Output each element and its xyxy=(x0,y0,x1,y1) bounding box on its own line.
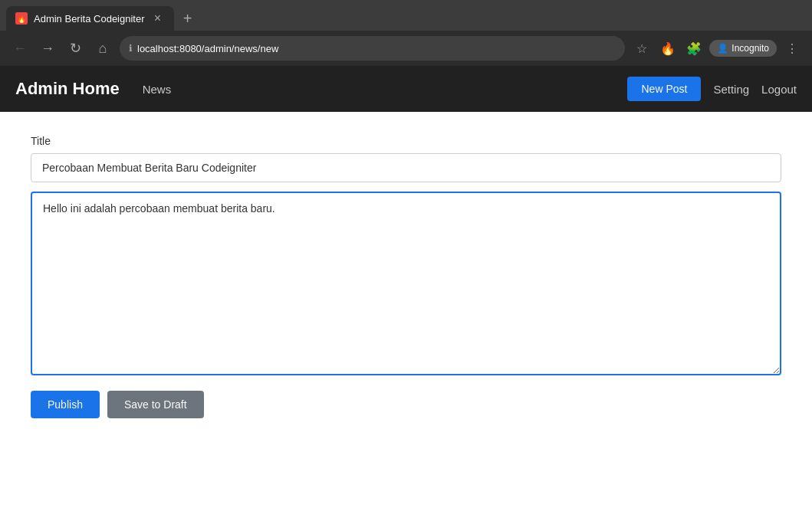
app-navbar: Admin Home News New Post Setting Logout xyxy=(0,66,812,112)
browser-tab[interactable]: Admin Berita Codeigniter × xyxy=(6,6,174,31)
incognito-button[interactable]: 👤 Incognito xyxy=(709,40,777,57)
save-draft-button[interactable]: Save to Draft xyxy=(107,391,204,418)
brand-title[interactable]: Admin Home xyxy=(15,79,120,99)
tab-bar: Admin Berita Codeigniter × + xyxy=(0,0,812,31)
setting-link[interactable]: Setting xyxy=(713,83,749,96)
incognito-label: Incognito xyxy=(731,43,769,54)
title-label: Title xyxy=(31,135,781,147)
new-tab-icon[interactable]: + xyxy=(177,8,199,29)
title-input[interactable] xyxy=(31,153,781,182)
button-row: Publish Save to Draft xyxy=(31,391,781,418)
address-text: localhost:8080/admin/news/new xyxy=(137,43,616,54)
home-button[interactable]: ⌂ xyxy=(92,38,113,59)
publish-button[interactable]: Publish xyxy=(31,391,100,418)
nav-link-news[interactable]: News xyxy=(143,77,172,102)
bookmark-icon[interactable]: ☆ xyxy=(631,38,653,59)
forward-button[interactable]: → xyxy=(37,38,58,59)
account-icon: 👤 xyxy=(717,43,728,54)
extension-fire-icon[interactable]: 🔥 xyxy=(657,38,679,59)
nav-links: News xyxy=(143,77,628,102)
browser-chrome: Admin Berita Codeigniter × + ← → ↻ ⌂ ℹ l… xyxy=(0,0,812,66)
reload-button[interactable]: ↻ xyxy=(64,38,86,59)
tab-favicon-icon xyxy=(15,12,28,25)
logout-link[interactable]: Logout xyxy=(761,83,797,96)
new-post-button[interactable]: New Post xyxy=(627,77,701,101)
nav-actions: New Post Setting Logout xyxy=(627,77,797,101)
menu-icon[interactable]: ⋮ xyxy=(781,38,803,59)
tab-close-icon[interactable]: × xyxy=(151,11,165,25)
back-button[interactable]: ← xyxy=(9,38,31,59)
extensions-icon[interactable]: 🧩 xyxy=(683,38,705,59)
tab-title: Admin Berita Codeigniter xyxy=(34,13,145,25)
toolbar-icons: ☆ 🔥 🧩 👤 Incognito ⋮ xyxy=(631,38,803,59)
main-content: Title Hello <span class="squiggle">ini</… xyxy=(0,112,812,511)
body-textarea[interactable]: Hello <span class="squiggle">ini</span> … xyxy=(31,192,781,375)
address-bar[interactable]: ℹ localhost:8080/admin/news/new xyxy=(120,36,625,61)
lock-icon: ℹ xyxy=(129,43,133,54)
browser-toolbar: ← → ↻ ⌂ ℹ localhost:8080/admin/news/new … xyxy=(0,31,812,66)
